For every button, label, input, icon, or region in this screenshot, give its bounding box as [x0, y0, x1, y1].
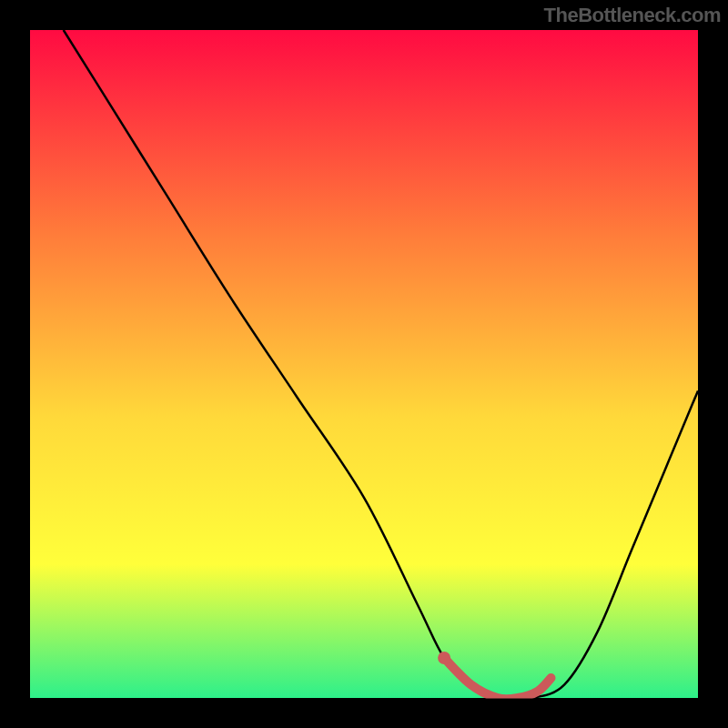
chart-svg — [0, 0, 728, 728]
watermark: TheBottleneck.com — [544, 4, 721, 27]
bottleneck-chart: TheBottleneck.com — [0, 0, 728, 728]
optimal-band-start — [438, 652, 450, 664]
plot-background — [30, 30, 698, 698]
